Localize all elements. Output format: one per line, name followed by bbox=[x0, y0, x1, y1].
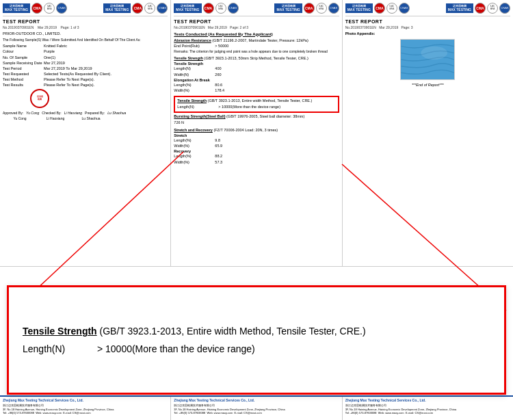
abrasion-title: Abrasion Resistance (GB/T 21196.2-2007, … bbox=[174, 38, 339, 43]
cma-badge-3c: CMA bbox=[475, 3, 486, 14]
report-no-2: No.20190370901EN bbox=[174, 25, 205, 29]
tensile-entire-standard: (GB/T 3923.1-2013, Entire width Method, … bbox=[208, 99, 313, 103]
te-length-value: > 10000(More than the device range) bbox=[218, 105, 280, 109]
iso-badge-1: ILACMRA bbox=[44, 3, 55, 14]
field-label-sample-name: Sample Name bbox=[3, 44, 44, 49]
ts-length-label: Length(N) bbox=[174, 66, 215, 71]
ts-width-value: 260 bbox=[215, 73, 221, 77]
field-label-test-requested: Test Requested bbox=[3, 72, 44, 77]
field-value-colour: Purple bbox=[44, 49, 55, 54]
panel-2-header: 迈克思检测 MAX TESTING CMA ILACMRA CNAS 迈克思检测… bbox=[174, 3, 339, 16]
rec-width: Width(%) 57.3 bbox=[174, 160, 339, 165]
logo-group-2b: 迈克思检测 MAX TESTING CMA ILACMRA CNAS bbox=[274, 3, 339, 14]
fields-table-1: Sample Name Knitted Fabric Colour Purple… bbox=[3, 44, 168, 88]
iso-badge-1b: ILACMRA bbox=[144, 3, 155, 14]
abrasion-endpoint-label: End Point(Rub) bbox=[174, 44, 215, 49]
logo-box-2: 迈克思检测 MAX TESTING bbox=[174, 3, 201, 14]
cnas-badge-1: CNAS bbox=[56, 3, 67, 14]
footer-tel-3: Tel: +86(0) 573-87600088 Web: www.maxy.c… bbox=[345, 411, 510, 415]
stretch-name: Stretch and Recovery bbox=[174, 128, 213, 132]
tensile-entire-title-row: Tensile Strength (GB/T 3923.1-2013, Enti… bbox=[177, 99, 335, 103]
stretch-standard: (FZ/T 70006-2004 Load: 20N, 3 times) bbox=[213, 128, 278, 132]
cert-badges-1: CMA ILACMRA CNAS bbox=[31, 3, 67, 14]
tensile-strength-label: Tensile Strength bbox=[174, 62, 339, 66]
zoom-row-label: Length(N) bbox=[23, 343, 65, 354]
field-value-test-period: Mar 27,2019 To Mar 29,2019 bbox=[44, 66, 92, 71]
logo-group-3b: 迈克思检测 MAX TESTING CMA ILACMRA CNAS bbox=[446, 3, 510, 14]
prepared-name-display-1: Lu Shaohua bbox=[74, 116, 108, 121]
panel-3-header: 迈克思检测 MAX TESTING CMA ILACMRA CNAS 迈克思检测… bbox=[345, 3, 510, 16]
field-row-receiving-date: Sample Receiving Date Mar 27,2019 bbox=[3, 61, 168, 66]
logo-box-1: 迈克思检测 MAX TESTING bbox=[3, 3, 30, 14]
logo-sub-2b: MAX TESTING bbox=[276, 8, 300, 12]
checked-name-1: Li Haoxiang bbox=[64, 111, 82, 116]
stretch-section: Stretch and Recovery (FZ/T 70006-2004 Lo… bbox=[174, 128, 339, 165]
cert-badges-2: CMA ILACMRA CNAS bbox=[203, 3, 239, 14]
report-page-1: Page: 1 of 3 bbox=[61, 25, 79, 29]
report-title-3: TEST REPORT bbox=[345, 18, 510, 25]
cma-badge-2: CMA bbox=[203, 3, 214, 14]
tensile-strip-standard: (GB/T 3923.1-2013, 50mm Strip Method, Te… bbox=[205, 56, 308, 60]
elong-width-label: Width(%) bbox=[174, 88, 215, 93]
logo-box-3b: 迈克思检测 MAX TESTING bbox=[446, 3, 473, 14]
fabric-photo bbox=[400, 39, 455, 80]
bursting-standard: (GB/T 19976-2005, Steel ball diameter: 3… bbox=[226, 114, 304, 118]
footer-tel-1: Tel: +86(0) 573-87600088 Web: www.maxy.c… bbox=[3, 411, 168, 415]
elongation-label: Elongation At Break bbox=[174, 78, 339, 83]
field-value-receiving-date: Mar 27,2019 bbox=[44, 61, 65, 66]
str-width: Width(%) 65.9 bbox=[174, 144, 339, 148]
iso-badge-2b: ILACMRA bbox=[316, 3, 327, 14]
cnas-badge-3: CNAS bbox=[399, 3, 410, 14]
report-date-3: Mar 29,2019 bbox=[379, 25, 398, 29]
zoom-row-value: > 10000(More than the device range) bbox=[97, 343, 255, 354]
report-date-1: Mar 29,2019 bbox=[38, 25, 57, 29]
footer-company-2: Zhejiang Max Testing Technical Services … bbox=[174, 398, 339, 403]
photo-label: Photo Appendix: bbox=[345, 31, 510, 36]
cert-badges-3c: CMA ILACMRA CNAS bbox=[475, 3, 510, 14]
abrasion-endpoint-value: > 50000 bbox=[215, 44, 228, 49]
abrasion-standard: (GB/T 21196.2-2007, Martindale Tester, P… bbox=[212, 38, 308, 42]
abrasion-section: Abrasion Resistance (GB/T 21196.2-2007, … bbox=[174, 38, 339, 53]
intro-1: The Following Sample(S) Was / Were Submi… bbox=[3, 38, 168, 42]
logo-sub-3: MAX TESTING bbox=[347, 8, 371, 12]
field-row-sample-name: Sample Name Knitted Fabric bbox=[3, 44, 168, 49]
bursting-value: 726 N bbox=[174, 120, 339, 125]
logo-box-2b: 迈克思检测 MAX TESTING bbox=[274, 3, 302, 14]
logo-group-1: 迈克思检测 MAX TESTING CMA ILACMRA CNAS bbox=[3, 3, 67, 14]
checked-name-display-1: Li Haoxiang bbox=[38, 116, 73, 121]
field-row-test-period: Test Period Mar 27,2019 To Mar 29,2019 bbox=[3, 66, 168, 71]
logo-sub-1b: MAX TESTING bbox=[105, 8, 129, 12]
str-length-label: Length(%) bbox=[174, 138, 215, 143]
te-length: Length(N) > 10000(More than the device r… bbox=[177, 105, 335, 109]
panel-3: 迈克思检测 MAX TESTING CMA ILACMRA CNAS 迈克思检测… bbox=[343, 0, 513, 266]
footer-company-1: Zhejiang Max Testing Technical Services … bbox=[3, 398, 168, 403]
zoom-title-bold: Tensile Strength bbox=[23, 326, 97, 337]
cert-badges-3: CMA ILACMRA CNAS bbox=[374, 3, 410, 14]
logo-sub-1: MAX TESTING bbox=[5, 8, 28, 12]
cma-badge-3: CMA bbox=[374, 3, 385, 14]
footer-company-3: Zhejiang Max Testing Technical Services … bbox=[345, 398, 510, 403]
panel-1: 迈克思检测 MAX TESTING CMA ILACMRA CNAS 迈克思检测… bbox=[0, 0, 171, 266]
footer-tel-2: Tel: +86(0) 573-87600088 Web: www.maxy.c… bbox=[174, 411, 339, 415]
rec-width-label: Width(%) bbox=[174, 160, 215, 165]
str-width-value: 65.9 bbox=[215, 144, 222, 148]
elong-width: Width(%) 178.4 bbox=[174, 88, 339, 93]
field-label-receiving-date: Sample Receiving Date bbox=[3, 61, 44, 66]
zoom-data-line: Length(N) > 10000(More than the device r… bbox=[23, 343, 490, 354]
field-row-no-of-sample: No. Of Sample One(1) bbox=[3, 55, 168, 60]
client-1: PRIOR-OUTDOOR CO., LIMITED. bbox=[3, 31, 168, 36]
name-row-1: Yu Cong Li Haoxiang Lu Shaohua bbox=[3, 116, 168, 121]
rec-length-label: Length(%) bbox=[174, 154, 215, 159]
report-title-1: TEST REPORT bbox=[3, 18, 168, 25]
report-meta-2: No.20190370901EN Mar 29,2019 Page: 2 of … bbox=[174, 25, 339, 30]
approved-name-1: Yu Cong bbox=[26, 111, 39, 116]
tensile-entire-highlight: Tensile Strength (GB/T 3923.1-2013, Enti… bbox=[174, 96, 339, 113]
logo-sub-2: MAX TESTING bbox=[176, 8, 199, 12]
stamp-area-1: 迈克思检测 bbox=[3, 89, 168, 109]
bursting-title: Bursting Strength(Steel Ball) (GB/T 1997… bbox=[174, 114, 339, 119]
report-no-3: No.20190370901EN bbox=[345, 25, 376, 29]
tests-section-title: Tests Conducted (As Requested By The App… bbox=[174, 32, 339, 38]
field-row-test-results: Test Results Please Refer To Next Page(s… bbox=[3, 83, 168, 88]
iso-badge-3c: ILACMRA bbox=[487, 3, 498, 14]
logo-box-3: 迈克思检测 MAX TESTING bbox=[345, 3, 373, 14]
